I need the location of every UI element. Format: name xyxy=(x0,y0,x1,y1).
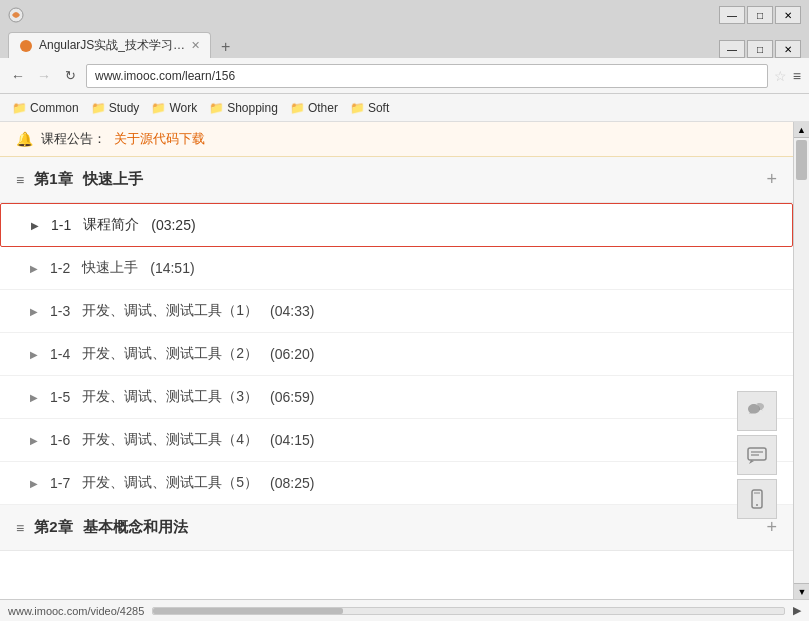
scroll-up-button[interactable]: ▲ xyxy=(794,122,809,138)
float-comment-button[interactable] xyxy=(737,435,777,475)
tab-favicon-icon xyxy=(19,39,33,53)
chapter-1: ≡ 第1章 快速上手 + ▶ 1-1 课程简介 (03:25) ▶ 1-2 xyxy=(0,157,793,505)
bookmark-soft[interactable]: 📁 Soft xyxy=(346,99,393,117)
minimize-button[interactable]: — xyxy=(719,6,745,24)
lesson-1-7-id: 1-7 xyxy=(50,475,70,491)
lesson-1-3[interactable]: ▶ 1-3 开发、调试、测试工具（1） (04:33) xyxy=(0,290,793,333)
lesson-1-5-title: 开发、调试、测试工具（3） xyxy=(82,388,258,406)
minimize-button-2[interactable]: — xyxy=(719,40,745,58)
lesson-1-3-duration: (04:33) xyxy=(270,303,314,319)
bookmark-work[interactable]: 📁 Work xyxy=(147,99,201,117)
lesson-1-7-duration: (08:25) xyxy=(270,475,314,491)
bookmark-shopping-label: Shopping xyxy=(227,101,278,115)
close-button-2[interactable]: ✕ xyxy=(775,40,801,58)
lesson-1-5-duration: (06:59) xyxy=(270,389,314,405)
tab-title: AngularJS实战_技术学习… xyxy=(39,37,185,54)
vertical-scrollbar[interactable]: ▲ ▼ xyxy=(793,122,809,599)
play-icon-1-5: ▶ xyxy=(30,392,38,403)
title-bar: — □ ✕ xyxy=(0,0,809,30)
float-mobile-button[interactable] xyxy=(737,479,777,519)
scroll-right-arrow-icon[interactable]: ▶ xyxy=(793,604,801,617)
lesson-1-7[interactable]: ▶ 1-7 开发、调试、测试工具（5） (08:25) xyxy=(0,462,793,505)
mobile-icon xyxy=(746,488,768,510)
lesson-1-2-title: 快速上手 xyxy=(82,259,138,277)
bookmark-study[interactable]: 📁 Study xyxy=(87,99,144,117)
chapter-1-name: 快速上手 xyxy=(83,170,143,189)
lesson-1-2-id: 1-2 xyxy=(50,260,70,276)
new-tab-button[interactable]: + xyxy=(215,36,236,58)
lesson-1-6-title: 开发、调试、测试工具（4） xyxy=(82,431,258,449)
chapter-2-icon: ≡ xyxy=(16,520,24,536)
scroll-thumb[interactable] xyxy=(796,140,807,180)
play-icon-1-4: ▶ xyxy=(30,349,38,360)
notice-link[interactable]: 关于源代码下载 xyxy=(114,130,205,148)
url-input[interactable] xyxy=(86,64,768,88)
chapter-2-header[interactable]: ≡ 第2章 基本概念和用法 + xyxy=(0,505,793,551)
folder-icon-common: 📁 xyxy=(12,101,27,115)
tab-close-icon[interactable]: ✕ xyxy=(191,39,200,52)
lesson-1-4-title: 开发、调试、测试工具（2） xyxy=(82,345,258,363)
close-button[interactable]: ✕ xyxy=(775,6,801,24)
restore-button[interactable]: □ xyxy=(747,40,773,58)
lesson-1-4-duration: (06:20) xyxy=(270,346,314,362)
folder-icon-work: 📁 xyxy=(151,101,166,115)
lesson-1-6[interactable]: ▶ 1-6 开发、调试、测试工具（4） (04:15) xyxy=(0,419,793,462)
chapter-1-number: 第1章 xyxy=(34,170,72,189)
play-icon-1-2: ▶ xyxy=(30,263,38,274)
scroll-down-button[interactable]: ▼ xyxy=(794,583,809,599)
chapter-2-name: 基本概念和用法 xyxy=(83,518,188,537)
lesson-1-5[interactable]: ▶ 1-5 开发、调试、测试工具（3） (06:59) xyxy=(0,376,793,419)
wechat-icon xyxy=(746,400,768,422)
float-buttons xyxy=(737,391,777,519)
tab-bar: AngularJS实战_技术学习… ✕ + — □ ✕ xyxy=(0,30,809,58)
browser-menu-icon[interactable]: ≡ xyxy=(793,68,801,84)
lesson-1-2[interactable]: ▶ 1-2 快速上手 (14:51) xyxy=(0,247,793,290)
bookmark-common-label: Common xyxy=(30,101,79,115)
float-wechat-button[interactable] xyxy=(737,391,777,431)
window-controls: — □ ✕ xyxy=(719,6,801,24)
lesson-1-1[interactable]: ▶ 1-1 课程简介 (03:25) xyxy=(0,203,793,247)
horizontal-scroll-thumb[interactable] xyxy=(153,608,342,614)
bookmark-other-label: Other xyxy=(308,101,338,115)
horizontal-scrollbar[interactable] xyxy=(152,607,785,615)
folder-icon-other: 📁 xyxy=(290,101,305,115)
chapter-2: ≡ 第2章 基本概念和用法 + xyxy=(0,505,793,551)
lesson-1-7-title: 开发、调试、测试工具（5） xyxy=(82,474,258,492)
notice-bell-icon: 🔔 xyxy=(16,131,33,147)
window-controls-2: — □ ✕ xyxy=(719,40,801,58)
bookmark-common[interactable]: 📁 Common xyxy=(8,99,83,117)
lesson-1-1-duration: (03:25) xyxy=(151,217,195,233)
lesson-1-4[interactable]: ▶ 1-4 开发、调试、测试工具（2） (06:20) xyxy=(0,333,793,376)
folder-icon-shopping: 📁 xyxy=(209,101,224,115)
bookmark-star-icon[interactable]: ☆ xyxy=(774,68,787,84)
folder-icon-study: 📁 xyxy=(91,101,106,115)
forward-button[interactable]: → xyxy=(34,66,54,86)
address-bar: ← → ↻ ☆ ≡ xyxy=(0,58,809,94)
status-url: www.imooc.com/video/4285 xyxy=(8,605,144,617)
bookmark-other[interactable]: 📁 Other xyxy=(286,99,342,117)
lesson-1-1-title: 课程简介 xyxy=(83,216,139,234)
maximize-button[interactable]: □ xyxy=(747,6,773,24)
lesson-1-4-id: 1-4 xyxy=(50,346,70,362)
chapter-1-add-icon[interactable]: + xyxy=(766,169,777,190)
chapter-1-icon: ≡ xyxy=(16,172,24,188)
refresh-button[interactable]: ↻ xyxy=(60,66,80,86)
chapter-2-add-icon[interactable]: + xyxy=(766,517,777,538)
lesson-1-3-title: 开发、调试、测试工具（1） xyxy=(82,302,258,320)
back-button[interactable]: ← xyxy=(8,66,28,86)
main-content: 🔔 课程公告： 关于源代码下载 ≡ 第1章 快速上手 + ▶ 1-1 课程简介 xyxy=(0,122,809,599)
svg-point-6 xyxy=(756,504,758,506)
play-icon-1-3: ▶ xyxy=(30,306,38,317)
bookmark-shopping[interactable]: 📁 Shopping xyxy=(205,99,282,117)
page-area: 🔔 课程公告： 关于源代码下载 ≡ 第1章 快速上手 + ▶ 1-1 课程简介 xyxy=(0,122,793,599)
lesson-1-3-id: 1-3 xyxy=(50,303,70,319)
bookmark-work-label: Work xyxy=(169,101,197,115)
bookmark-study-label: Study xyxy=(109,101,140,115)
lesson-1-6-id: 1-6 xyxy=(50,432,70,448)
active-tab[interactable]: AngularJS实战_技术学习… ✕ xyxy=(8,32,211,58)
svg-rect-2 xyxy=(748,448,766,460)
notice-banner: 🔔 课程公告： 关于源代码下载 xyxy=(0,122,793,157)
folder-icon-soft: 📁 xyxy=(350,101,365,115)
chapter-1-header[interactable]: ≡ 第1章 快速上手 + xyxy=(0,157,793,203)
svg-point-1 xyxy=(20,40,32,52)
